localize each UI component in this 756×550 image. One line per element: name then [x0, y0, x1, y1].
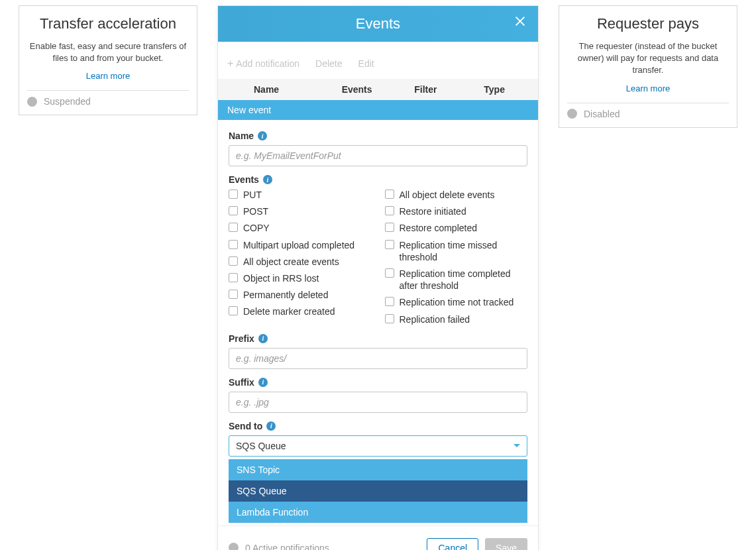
new-event-row[interactable]: New event	[218, 100, 538, 120]
prefix-label: Prefix i	[229, 333, 527, 344]
status-row: Suspended	[27, 96, 189, 107]
send-to-value: SQS Queue	[236, 441, 286, 451]
info-icon[interactable]: i	[263, 175, 272, 184]
suffix-input[interactable]	[229, 392, 527, 413]
col-name: Name	[227, 84, 323, 95]
prefix-input[interactable]	[229, 348, 527, 369]
checkbox-icon	[385, 223, 394, 232]
checkbox-icon	[229, 223, 238, 232]
checkbox-label: All object delete events	[400, 189, 495, 201]
checkbox-label: Permanently deleted	[243, 289, 328, 301]
event-left-checkbox[interactable]: POST	[229, 205, 372, 217]
status-row: Disabled	[567, 109, 729, 119]
checkbox-icon	[385, 297, 394, 306]
event-left-checkbox[interactable]: PUT	[229, 189, 372, 201]
modal-header: Events	[218, 6, 538, 42]
card-description: The requester (instead of the bucket own…	[567, 40, 729, 77]
checkbox-label: All object create events	[243, 256, 339, 268]
info-icon[interactable]: i	[266, 421, 276, 431]
checkbox-label: Delete marker created	[243, 305, 335, 317]
status-dot-icon	[27, 97, 37, 107]
card-title: Transfer acceleration	[40, 15, 176, 32]
table-header: Name Events Filter Type	[218, 79, 538, 100]
card-description: Enable fast, easy and secure transfers o…	[27, 40, 189, 64]
chevron-down-icon	[513, 444, 520, 447]
checkbox-icon	[229, 240, 238, 249]
checkbox-icon	[229, 256, 238, 266]
event-right-checkbox[interactable]: Replication time completed after thresho…	[385, 268, 528, 292]
event-left-checkbox[interactable]: All object create events	[229, 256, 372, 268]
send-to-option[interactable]: SNS Topic	[229, 459, 527, 480]
save-button[interactable]: Save	[485, 538, 527, 550]
checkbox-label: Replication time not tracked	[400, 296, 514, 308]
checkbox-icon	[229, 206, 238, 215]
checkbox-label: Restore completed	[400, 222, 478, 234]
suffix-label: Suffix i	[229, 377, 527, 388]
plus-icon	[227, 58, 233, 70]
send-to-option[interactable]: SQS Queue	[229, 480, 527, 502]
checkbox-label: Object in RRS lost	[243, 272, 319, 284]
transfer-acceleration-card: Transfer acceleration Enable fast, easy …	[19, 5, 197, 115]
modal-toolbar: Add notification Delete Edit	[218, 42, 538, 79]
checkbox-icon	[229, 273, 238, 282]
checkbox-label: Restore initiated	[400, 205, 466, 217]
event-right-checkbox[interactable]: Restore initiated	[385, 205, 528, 217]
event-left-checkbox[interactable]: Object in RRS lost	[229, 272, 372, 284]
events-label: Events i	[229, 174, 527, 185]
status-text: Suspended	[44, 96, 91, 107]
send-to-select[interactable]: SQS Queue	[229, 435, 527, 457]
checkbox-label: Replication failed	[400, 313, 470, 325]
status-text: Disabled	[584, 109, 620, 119]
name-label: Name i	[229, 131, 527, 141]
close-icon[interactable]	[513, 14, 527, 28]
checkbox-icon	[385, 206, 394, 215]
cancel-button[interactable]: Cancel	[427, 538, 478, 550]
checkbox-label: Replication time completed after thresho…	[400, 268, 528, 292]
checkbox-icon	[385, 268, 394, 278]
divider	[27, 90, 189, 91]
status-dot-icon	[567, 109, 577, 119]
add-notification-label: Add notification	[236, 58, 299, 69]
event-left-checkbox[interactable]: COPY	[229, 222, 372, 234]
event-right-checkbox[interactable]: Replication time not tracked	[385, 296, 528, 308]
event-right-checkbox[interactable]: Replication failed	[385, 313, 528, 325]
checkbox-icon	[229, 190, 238, 199]
card-title: Requester pays	[597, 15, 699, 32]
event-left-checkbox[interactable]: Multipart upload completed	[229, 239, 372, 251]
event-right-checkbox[interactable]: Restore completed	[385, 222, 528, 234]
checkbox-label: Replication time missed threshold	[400, 239, 528, 263]
info-icon[interactable]: i	[258, 131, 267, 140]
checkbox-label: COPY	[243, 222, 270, 234]
checkbox-label: Multipart upload completed	[243, 239, 354, 251]
learn-more-link[interactable]: Learn more	[626, 83, 670, 93]
footer-status: 0 Active notifications	[229, 543, 329, 550]
checkbox-icon	[385, 240, 394, 249]
name-input[interactable]	[229, 145, 527, 166]
checkbox-icon	[385, 190, 394, 199]
add-notification-button[interactable]: Add notification	[227, 58, 299, 70]
delete-button[interactable]: Delete	[315, 58, 342, 70]
col-filter: Filter	[392, 84, 460, 95]
status-dot-icon	[229, 543, 239, 550]
send-to-label: Send to i	[229, 421, 527, 431]
col-type: Type	[460, 84, 529, 95]
info-icon[interactable]: i	[258, 334, 268, 343]
event-right-checkbox[interactable]: Replication time missed threshold	[385, 239, 528, 263]
learn-more-link[interactable]: Learn more	[86, 71, 130, 81]
edit-button[interactable]: Edit	[358, 58, 374, 70]
divider	[567, 103, 729, 103]
info-icon[interactable]: i	[258, 378, 268, 387]
modal-title: Events	[356, 15, 400, 32]
send-to-option[interactable]: Lambda Function	[229, 502, 527, 523]
event-left-checkbox[interactable]: Permanently deleted	[229, 289, 372, 301]
requester-pays-card: Requester pays The requester (instead of…	[559, 5, 737, 128]
checkbox-label: PUT	[243, 189, 262, 201]
checkbox-icon	[229, 306, 238, 315]
events-modal: Events Add notification Delete Edit Name…	[217, 5, 539, 550]
checkbox-icon	[385, 314, 394, 323]
col-events: Events	[323, 84, 392, 95]
checkbox-icon	[229, 290, 238, 299]
event-left-checkbox[interactable]: Delete marker created	[229, 305, 372, 317]
event-right-checkbox[interactable]: All object delete events	[385, 189, 528, 201]
checkbox-label: POST	[243, 205, 268, 217]
